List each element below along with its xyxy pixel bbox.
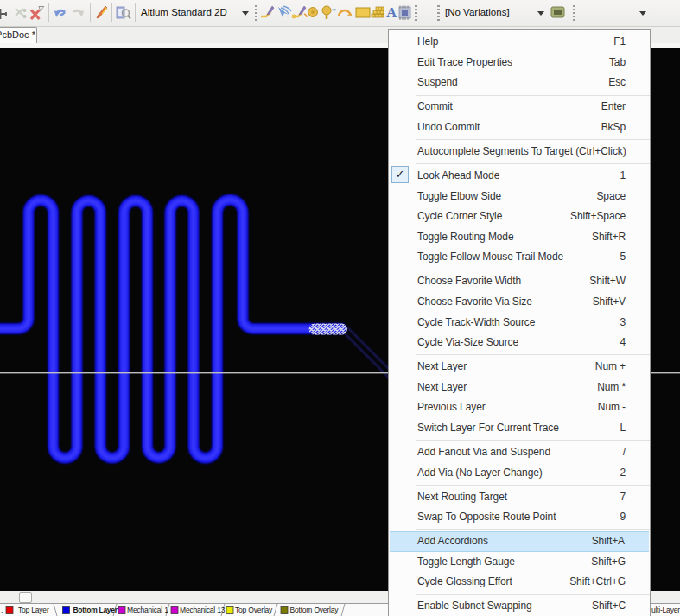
svg-text:Bottom Overlay: Bottom Overlay xyxy=(290,606,340,614)
svg-text:Mechanical 13: Mechanical 13 xyxy=(180,606,226,614)
svg-text:.: . xyxy=(1,606,3,614)
svg-text:Mechanical 1: Mechanical 1 xyxy=(127,606,168,614)
svg-text:Top Layer: Top Layer xyxy=(18,606,49,614)
svg-text:Multi-Layer: Multi-Layer xyxy=(645,606,680,614)
svg-text:Bottom Layer: Bottom Layer xyxy=(73,606,118,614)
svg-text:Top Overlay: Top Overlay xyxy=(235,606,273,614)
svg-text:A: A xyxy=(386,4,397,21)
